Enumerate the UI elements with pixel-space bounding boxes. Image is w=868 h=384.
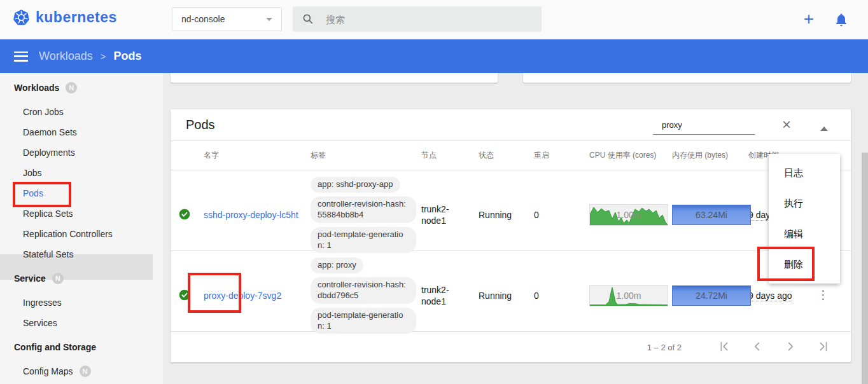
row-actions-menu: 日志 执行 编辑 删除: [769, 154, 840, 284]
menu-toggle-button[interactable]: [14, 51, 28, 62]
column-labels: 标签: [311, 150, 421, 161]
label-chip: pod-template-generation: 1: [311, 227, 416, 254]
label-chip: app: proxy: [311, 257, 363, 273]
pod-restarts: 0: [534, 210, 589, 220]
column-name: 名字: [204, 150, 311, 161]
memory-value: 24.72Mi: [673, 286, 750, 305]
filter-input[interactable]: [653, 117, 755, 135]
pod-ok-status-icon: [178, 208, 191, 221]
cpu-value: 1.00m: [590, 285, 668, 306]
pod-labels: app: proxy controller-revision-hash: dbd…: [311, 251, 421, 340]
menu-item-delete[interactable]: 删除: [769, 249, 840, 280]
pod-node: trunk2-node1: [421, 284, 473, 307]
label-chip: controller-revision-hash: dbdd796c5: [311, 277, 416, 304]
menu-item-logs[interactable]: 日志: [769, 158, 840, 188]
pod-name-link[interactable]: sshd-proxy-deploy-lc5ht: [204, 210, 298, 220]
sidebar-group-service[interactable]: Service N: [14, 268, 64, 289]
cpu-sparkline: 1.00m: [589, 285, 668, 306]
column-memory: 内存使用 (bytes): [672, 150, 748, 161]
topbar: kubernetes nd-console +: [0, 0, 868, 39]
pods-card-header: Pods ×: [171, 109, 851, 141]
sidebar-item-services[interactable]: Services: [23, 313, 57, 333]
cpu-usage-card-bottom: [171, 73, 498, 83]
column-status: 状态: [479, 150, 534, 161]
clear-filter-button[interactable]: ×: [776, 114, 797, 135]
sidebar: Workloads N Cron Jobs Daemon Sets Deploy…: [0, 73, 163, 384]
kubernetes-logo-icon: [13, 9, 30, 26]
namespaced-badge: N: [52, 273, 64, 284]
scrollbar-thumb[interactable]: [862, 153, 868, 384]
chevron-down-icon: [266, 18, 272, 21]
breadcrumb: Workloads > Pods: [39, 50, 141, 63]
pod-ok-status-icon: [178, 289, 191, 301]
pod-status: Running: [479, 210, 534, 220]
sidebar-item-pods[interactable]: Pods: [23, 183, 43, 203]
pod-status: Running: [479, 291, 534, 301]
breadcrumb-bar: Workloads > Pods: [0, 39, 868, 73]
label-chip: pod-template-generation: 1: [311, 308, 416, 334]
breadcrumb-workloads[interactable]: Workloads: [39, 50, 93, 63]
sidebar-item-deployments[interactable]: Deployments: [23, 142, 75, 163]
memory-bar: 63.24Mi: [672, 205, 751, 225]
pod-name-link[interactable]: proxy-deploy-7svg2: [204, 291, 281, 301]
brand[interactable]: kubernetes: [13, 9, 117, 26]
sidebar-item-config-maps[interactable]: Config Maps N: [23, 361, 91, 381]
pod-age: 9 days ago: [748, 291, 792, 301]
global-search[interactable]: [293, 6, 542, 32]
main-content: Pods × 名字 标签 节点 状态 重启 CPU 使用率 (cores) 内存…: [163, 73, 868, 384]
sidebar-item-jobs[interactable]: Jobs: [23, 163, 42, 183]
brand-title: kubernetes: [36, 9, 117, 26]
collapse-button[interactable]: [815, 116, 834, 135]
column-cpu: CPU 使用率 (cores): [589, 150, 672, 161]
next-page-button[interactable]: [782, 339, 799, 355]
sidebar-group-workloads[interactable]: Workloads N: [14, 78, 77, 98]
bell-icon: [834, 12, 849, 27]
pod-restarts: 0: [534, 291, 589, 301]
kubernetes-dashboard: kubernetes nd-console + Workloads >: [0, 0, 868, 384]
sidebar-item-cron-jobs[interactable]: Cron Jobs: [23, 102, 64, 122]
namespaced-badge: N: [66, 82, 77, 93]
table-row: sshd-proxy-deploy-lc5ht app: sshd-proxy-…: [171, 170, 851, 251]
pods-card: Pods × 名字 标签 节点 状态 重启 CPU 使用率 (cores) 内存…: [171, 109, 851, 362]
chevron-left-icon: [750, 339, 764, 353]
sidebar-item-ingresses[interactable]: Ingresses: [23, 292, 62, 313]
previous-page-button[interactable]: [749, 339, 766, 355]
notifications-button[interactable]: [832, 11, 850, 29]
menu-item-exec[interactable]: 执行: [769, 188, 840, 219]
card-title: Pods: [186, 118, 215, 132]
namespace-select[interactable]: nd-console: [172, 7, 282, 31]
label-chip: app: sshd-proxy-app: [311, 177, 400, 193]
sidebar-item-replica-sets[interactable]: Replica Sets: [23, 203, 73, 224]
memory-usage-card-bottom: [523, 73, 851, 83]
first-page-button[interactable]: [716, 339, 732, 355]
chevron-right-icon: [783, 339, 797, 353]
table-header-row: 名字 标签 节点 状态 重启 CPU 使用率 (cores) 内存使用 (byt…: [171, 141, 851, 170]
sidebar-item-stateful-sets[interactable]: Stateful Sets: [23, 244, 73, 264]
search-input[interactable]: [326, 14, 504, 25]
column-node: 节点: [421, 150, 479, 161]
pagination-range: 1 – 2 of 2: [647, 343, 682, 352]
memory-bar: 24.72Mi: [672, 285, 751, 306]
last-page-button[interactable]: [815, 339, 832, 355]
last-page-icon: [816, 339, 830, 353]
label-chip: controller-revision-hash: 55884bb8b4: [311, 196, 416, 223]
search-icon: [302, 13, 314, 25]
table-row: proxy-deploy-7svg2 app: proxy controller…: [171, 251, 851, 332]
cpu-sparkline: 1.00m: [589, 204, 668, 226]
pod-labels: app: sshd-proxy-app controller-revision-…: [311, 170, 421, 259]
cpu-value: 1.00m: [590, 205, 668, 225]
memory-value: 63.24Mi: [673, 205, 750, 224]
pagination: 1 – 2 of 2: [171, 332, 851, 362]
namespace-value: nd-console: [181, 14, 225, 24]
sidebar-item-replication-controllers[interactable]: Replication Controllers: [23, 224, 113, 244]
column-restarts: 重启: [534, 150, 589, 161]
breadcrumb-pods: Pods: [113, 50, 141, 63]
row-actions-button[interactable]: ⋮: [817, 291, 829, 299]
sidebar-item-daemon-sets[interactable]: Daemon Sets: [23, 122, 77, 142]
create-button[interactable]: +: [799, 6, 818, 32]
pod-node: trunk2-node1: [421, 203, 473, 226]
first-page-icon: [717, 339, 731, 353]
menu-item-edit[interactable]: 编辑: [769, 219, 840, 249]
namespaced-badge: N: [80, 366, 91, 377]
sidebar-group-config-and-storage[interactable]: Config and Storage: [14, 337, 96, 357]
